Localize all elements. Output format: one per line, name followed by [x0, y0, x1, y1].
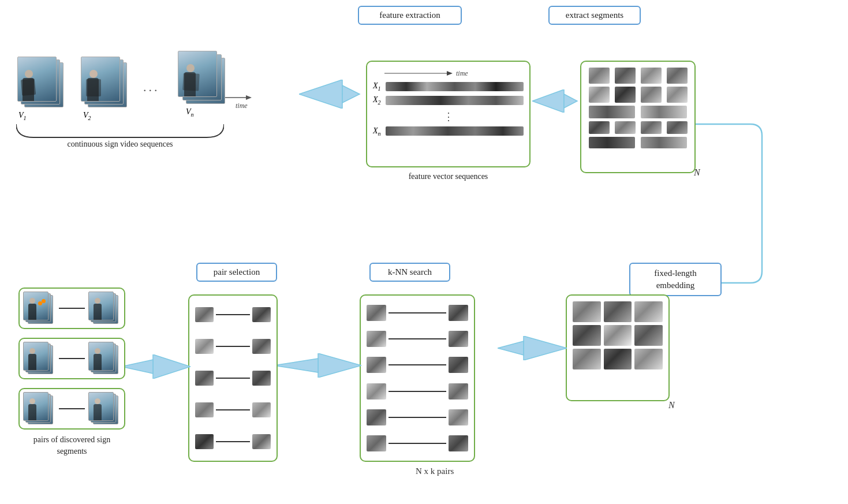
knn-pair-2 [367, 331, 468, 347]
x1-label: X1 [373, 81, 386, 92]
v1-label: V1 [18, 111, 27, 121]
v2-label: V2 [83, 111, 91, 121]
arrow-fv-to-seg [532, 89, 578, 113]
diagram-container: { "title": "Sign Language Discovery Pipe… [0, 0, 848, 504]
n-label-bottom: N [668, 400, 675, 410]
ps-pair-1 [195, 307, 271, 322]
ps-pair-2 [195, 339, 271, 354]
ps-pair-3 [195, 371, 271, 386]
extract-segments-label: extract segments [548, 6, 641, 25]
svg-marker-2 [299, 80, 342, 109]
discovered-pair-3 [18, 388, 125, 430]
svg-marker-9 [524, 336, 567, 360]
knn-search-label: k-NN search [369, 263, 450, 282]
fv-dots: ⋮ [373, 110, 524, 123]
arrow-pair-to-video [121, 354, 190, 379]
svg-marker-14 [121, 360, 153, 374]
fv-time-label: time [456, 69, 468, 78]
svg-marker-1 [246, 95, 252, 100]
knn-pair-6 [367, 435, 468, 451]
arrow-emb-to-knn [498, 336, 567, 360]
arrow-video-to-fv [299, 80, 363, 109]
discovered-pair-2 [18, 338, 125, 379]
xn-label: Xn [373, 126, 386, 137]
svg-marker-11 [318, 353, 361, 378]
feature-extraction-label: feature extraction [358, 6, 462, 25]
time-label-top: time [236, 102, 270, 110]
fixed-length-embedding-label: fixed-length embedding [629, 263, 722, 296]
knn-pair-3 [367, 357, 468, 373]
arrow-knn-to-pair [274, 353, 361, 378]
pair-selection-label: pair selection [196, 263, 277, 282]
svg-marker-7 [564, 94, 577, 108]
svg-marker-3 [342, 85, 360, 103]
brace-video [16, 121, 224, 139]
nxk-label: N x k pairs [416, 466, 454, 476]
continuous-sign-caption: continuous sign video sequences [16, 140, 224, 149]
vn-label: Vn [186, 107, 194, 118]
feature-vector-box: time X1 X2 ⋮ Xn [366, 61, 531, 167]
svg-marker-5 [447, 71, 453, 76]
pairs-caption: pairs of discovered sign segments [18, 434, 125, 457]
ps-pair-4 [195, 402, 271, 417]
ellipsis: ... [143, 80, 160, 95]
fv-caption: feature vector sequences [366, 172, 531, 181]
svg-marker-12 [274, 359, 318, 372]
x2-label: X2 [373, 95, 386, 106]
knn-box [360, 294, 475, 462]
ps-pair-5 [195, 434, 271, 449]
discovered-pair-1 [18, 288, 125, 329]
svg-marker-13 [153, 354, 190, 379]
fixed-length-embedding-box [566, 294, 670, 401]
time-arrow-fv [384, 69, 454, 78]
svg-marker-10 [498, 341, 524, 355]
knn-pair-1 [367, 305, 468, 321]
knn-pair-5 [367, 409, 468, 425]
pair-selection-box [188, 294, 278, 462]
knn-pair-4 [367, 383, 468, 400]
svg-marker-6 [532, 89, 564, 113]
